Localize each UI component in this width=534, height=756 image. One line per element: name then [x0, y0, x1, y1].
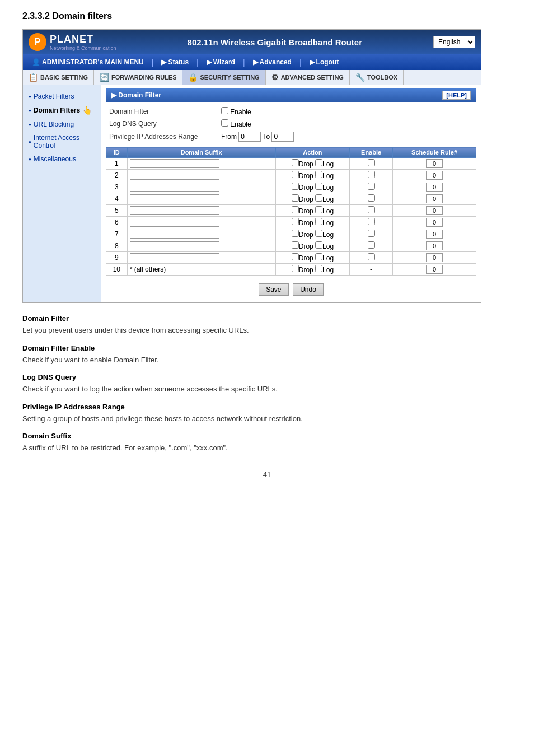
enable-checkbox[interactable]: [368, 171, 375, 178]
tab-security[interactable]: 🔒 SECURITY SETTING: [182, 70, 265, 85]
tab-advanced-setting[interactable]: ⚙ ADVANCED SETTING: [266, 70, 350, 85]
drop-checkbox[interactable]: [292, 183, 299, 190]
sidebar-item-domain-filters[interactable]: ● Domain Filters 👆: [23, 103, 101, 118]
domain-suffix-input[interactable]: [130, 241, 219, 250]
log-checkbox[interactable]: [315, 230, 322, 237]
save-button[interactable]: Save: [259, 283, 288, 296]
enable-dash: -: [370, 265, 372, 273]
logo-text-area: PLANET Networking & Communication: [50, 34, 116, 51]
from-input[interactable]: [238, 132, 261, 142]
row-schedule-cell: [393, 193, 476, 205]
enable-checkbox[interactable]: [368, 230, 375, 237]
nav-advanced[interactable]: ▶ Advanced: [249, 57, 296, 68]
admin-icon: 👤: [32, 58, 40, 66]
schedule-input[interactable]: [426, 206, 443, 215]
enable-checkbox[interactable]: [368, 206, 375, 213]
domain-suffix-input[interactable]: [130, 171, 219, 180]
log-checkbox[interactable]: [315, 206, 322, 213]
enable-checkbox[interactable]: [368, 241, 375, 249]
enable-checkbox[interactable]: [368, 253, 375, 260]
log-checkbox[interactable]: [315, 253, 322, 260]
nav-wizard[interactable]: ▶ Wizard: [202, 57, 240, 68]
nav-wizard-arrow: ▶: [207, 58, 212, 66]
enable-checkbox[interactable]: [368, 194, 375, 202]
undo-button[interactable]: Undo: [293, 283, 324, 296]
drop-checkbox[interactable]: [292, 159, 299, 166]
row-schedule-cell: [393, 240, 476, 252]
domain-suffix-input[interactable]: [130, 230, 219, 239]
schedule-input[interactable]: [426, 241, 443, 250]
desc-title-log-dns-query: Log DNS Query: [22, 373, 512, 381]
domain-suffix-input[interactable]: [130, 159, 219, 168]
log-label: Log: [322, 184, 334, 192]
row-id: 8: [106, 240, 128, 252]
row-enable-cell: [350, 193, 393, 205]
log-checkbox[interactable]: [315, 159, 322, 166]
log-checkbox[interactable]: [315, 194, 322, 202]
drop-checkbox[interactable]: [292, 171, 299, 178]
privilege-range-value: From To: [218, 130, 476, 143]
to-input[interactable]: [271, 132, 294, 142]
row-id: 3: [106, 181, 128, 193]
row-action-cell: Drop Log: [275, 170, 349, 181]
sidebar-label-misc: Miscellaneous: [34, 155, 76, 163]
sidebar-item-url-blocking[interactable]: ● URL Blocking: [23, 118, 101, 131]
nav-logout[interactable]: ▶ Logout: [305, 57, 344, 68]
drop-label: Drop: [299, 207, 313, 215]
schedule-input[interactable]: [426, 183, 443, 192]
domain-filter-checkbox[interactable]: [221, 107, 228, 114]
log-label: Log: [322, 207, 334, 215]
desc-text-log-dns-query: Check if you want to log the action when…: [22, 384, 512, 395]
log-label: Log: [322, 231, 334, 239]
sidebar: ● Packet Filters ● Domain Filters 👆 ● UR…: [23, 85, 101, 302]
sidebar-item-packet-filters[interactable]: ● Packet Filters: [23, 90, 101, 103]
drop-checkbox[interactable]: [292, 206, 299, 213]
logo-area: P PLANET Networking & Communication: [29, 33, 116, 51]
sidebar-item-miscellaneous[interactable]: ● Miscellaneous: [23, 152, 101, 166]
enable-checkbox[interactable]: [368, 159, 375, 166]
language-select[interactable]: English Chinese: [433, 36, 475, 48]
basic-setting-icon: 📋: [29, 73, 38, 82]
schedule-input[interactable]: [426, 253, 443, 262]
help-button[interactable]: [HELP]: [442, 91, 471, 100]
log-dns-checkbox[interactable]: [221, 119, 228, 127]
drop-checkbox[interactable]: [292, 230, 299, 237]
router-title: 802.11n Wireless Gigabit Broadband Route…: [116, 38, 433, 47]
description-domain-suffix: Domain SuffixA suffix of URL to be restr…: [22, 432, 512, 454]
domain-suffix-input[interactable]: [130, 194, 219, 203]
domain-suffix-input[interactable]: [130, 253, 219, 262]
router-ui: P PLANET Networking & Communication 802.…: [22, 29, 481, 303]
action-buttons: Save Undo: [106, 280, 476, 299]
domain-suffix-input[interactable]: [130, 183, 219, 192]
tab-forwarding[interactable]: 🔄 FORWARDING RULES: [94, 70, 183, 85]
schedule-input[interactable]: [426, 218, 443, 227]
drop-checkbox[interactable]: [292, 218, 299, 225]
schedule-input[interactable]: [426, 265, 443, 274]
table-row: 10* (all others)Drop Log-: [106, 264, 476, 276]
row-domain-suffix-cell: * (all others): [127, 264, 275, 276]
nav-admin[interactable]: 👤 ADMINISTRATOR's MAIN MENU: [27, 57, 148, 68]
schedule-input[interactable]: [426, 230, 443, 239]
schedule-input[interactable]: [426, 194, 443, 203]
schedule-input[interactable]: [426, 159, 443, 168]
log-checkbox[interactable]: [315, 265, 322, 272]
drop-checkbox[interactable]: [292, 253, 299, 260]
drop-checkbox[interactable]: [292, 241, 299, 249]
tab-toolbox[interactable]: 🔧 TOOLBOX: [350, 70, 404, 85]
log-checkbox[interactable]: [315, 171, 322, 178]
table-row: 4Drop Log: [106, 193, 476, 205]
domain-suffix-input[interactable]: [130, 206, 219, 215]
schedule-input[interactable]: [426, 171, 443, 180]
drop-checkbox[interactable]: [292, 265, 299, 272]
enable-checkbox[interactable]: [368, 218, 375, 225]
nav-status[interactable]: ▶ Status: [157, 57, 193, 68]
domain-suffix-input[interactable]: [130, 218, 219, 227]
log-checkbox[interactable]: [315, 183, 322, 190]
tab-security-label: SECURITY SETTING: [200, 74, 259, 81]
enable-checkbox[interactable]: [368, 183, 375, 190]
drop-checkbox[interactable]: [292, 194, 299, 202]
tab-basic[interactable]: 📋 BASIC SETTING: [23, 70, 94, 85]
sidebar-item-internet-access[interactable]: ● Internet Access Control: [23, 131, 101, 152]
log-checkbox[interactable]: [315, 218, 322, 225]
log-checkbox[interactable]: [315, 241, 322, 249]
